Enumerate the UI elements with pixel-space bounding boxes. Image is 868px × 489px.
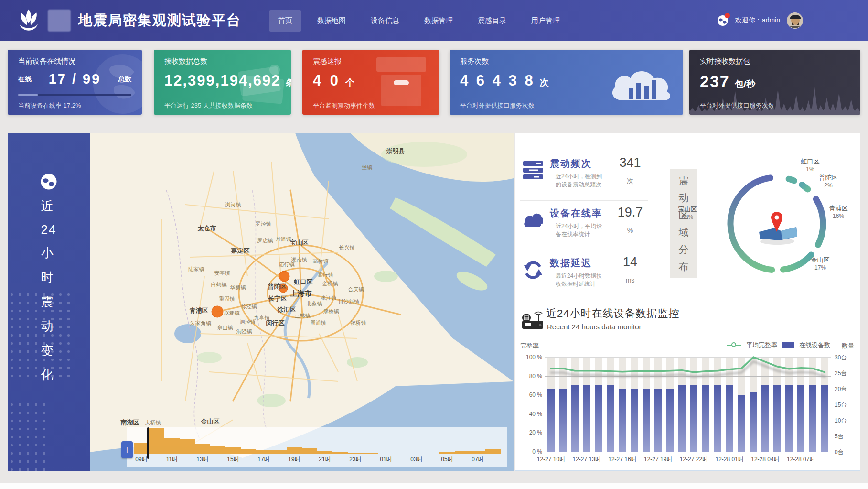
right-axis-title: 数量	[842, 342, 854, 350]
stat-value: 341	[613, 155, 647, 170]
card-caption: 平台监测震动事件个数	[313, 101, 375, 110]
nav-item-2[interactable]: 设备信息	[362, 10, 408, 32]
stat-desc: 近24小时，检测到的设备震动总频次	[556, 173, 602, 189]
welcome-label: 欢迎你：	[735, 16, 762, 24]
redacted-region	[48, 10, 71, 32]
card-service-count: 服务次数 4 6 4 3 8次 平台对外提供接口服务次数	[450, 50, 683, 115]
quake-marker-1[interactable]	[279, 284, 288, 293]
donut-title-char-1: 动	[679, 189, 689, 206]
card-caption: 当前设备在线率 17.2%	[18, 101, 81, 110]
donut-label-pct: 1%	[801, 165, 820, 174]
dashboard-root: 地震局密集观测试验平台 首页数据地图设备信息数据管理震感目录用户管理 欢迎你：a…	[0, 0, 868, 489]
donut-label-pct: 63%	[678, 213, 697, 221]
donut-label-name: 宝山区	[678, 205, 697, 213]
donut-label-pct: 17%	[811, 264, 830, 272]
donut-arc-普陀区[interactable]	[802, 185, 808, 189]
stat-unit: %	[613, 227, 647, 234]
sidebar-char-4: 震	[41, 293, 57, 310]
legend-line-icon	[727, 342, 741, 348]
dots-decoration	[8, 401, 51, 471]
timeline-bar-23时	[348, 453, 363, 454]
timeline-bar-21时	[317, 451, 332, 454]
donut-arc-虹口区[interactable]	[789, 179, 794, 181]
footer-strip	[0, 483, 868, 489]
notification-globe-icon[interactable]	[717, 15, 729, 26]
timeline-bar-12时	[180, 439, 195, 454]
xtick-12-27 16时: 12-27 16时	[608, 456, 636, 464]
service-unit: 次	[540, 76, 549, 89]
ytick-left-0 %: 0 %	[522, 448, 542, 455]
timeline-bar-01时	[378, 454, 394, 454]
ytick-right-15台: 15台	[835, 401, 847, 409]
card-caption: 平台对外提供接口服务次数	[700, 101, 774, 110]
donut-arc-青浦区[interactable]	[816, 199, 823, 245]
online-progress-track	[18, 94, 131, 96]
online-progress-fill	[18, 94, 38, 96]
timeline-bar-10时	[149, 428, 164, 454]
realtime-unit: 包/秒	[735, 78, 755, 90]
xtick-12-28 01时: 12-28 01时	[716, 456, 744, 464]
shanghai-map[interactable]: 崇明县堡镇浏河镇太仓市罗泾镇月浦镇罗店镇宝山区长兴镇嘉定区淞南镇高桥镇庙行镇陆家…	[90, 133, 514, 471]
donut-label-name: 虹口区	[801, 157, 820, 165]
nav-item-1[interactable]: 数据地图	[308, 10, 355, 32]
sidebar-24h-quake: 近24小时震动变化	[8, 133, 90, 471]
timeline-bar-06时	[455, 451, 470, 454]
timeline-bar-18时	[271, 450, 287, 454]
divider	[520, 250, 648, 250]
timeline-tick-13时: 13时	[196, 456, 208, 464]
cloud-icon	[523, 211, 543, 230]
user-area: 欢迎你：admin	[717, 12, 803, 29]
ytick-right-0台: 0台	[835, 448, 844, 456]
quake-marker-2[interactable]	[212, 306, 223, 317]
app-header: 地震局密集观测试验平台 首页数据地图设备信息数据管理震感目录用户管理 欢迎你：a…	[0, 0, 868, 41]
ytick-right-20台: 20台	[835, 385, 847, 393]
nav-item-0[interactable]: 首页	[269, 10, 301, 32]
nav-item-5[interactable]: 用户管理	[522, 10, 569, 32]
donut-arc-宝山区[interactable]	[730, 178, 772, 270]
card-caption: 平台对外提供接口服务次数	[460, 101, 535, 110]
card-title: 接收数据总数	[164, 57, 280, 66]
donut-title-box: 震动区域分布	[670, 169, 697, 278]
timeline-tick-23时: 23时	[349, 456, 361, 464]
timeline-cursor[interactable]	[147, 427, 149, 459]
nav-item-3[interactable]: 数据管理	[415, 10, 462, 32]
legend-line-label[interactable]: 平均完整率	[746, 341, 777, 349]
avatar[interactable]	[787, 12, 803, 29]
timeline-bar-20时	[302, 448, 317, 454]
timeline-play-button[interactable]: ❘	[121, 441, 133, 458]
online-label: 在线	[18, 75, 32, 84]
timeline-tick-11时: 11时	[166, 456, 178, 464]
xtick-12-28 04时: 12-28 04时	[751, 456, 779, 464]
timeline-overlay: 09时11时13时15时17时19时21时23时01时03时05时07时	[127, 427, 507, 467]
notification-badge	[725, 13, 730, 18]
globe-icon	[40, 173, 57, 190]
page-title: 地震局密集观测试验平台	[78, 11, 241, 30]
timeline-bar-03时	[409, 454, 424, 454]
desc-line: 备在线率统计	[556, 230, 602, 239]
quake-value: 4 0	[313, 72, 341, 89]
donut-arc-金山区[interactable]	[783, 255, 811, 270]
card-caption: 平台运行 235 天共接收数据条数	[164, 101, 253, 110]
stat-device-online-rate: 设备在线率 近24小时，平均设备在线率统计 19.7%	[515, 205, 654, 249]
xtick-12-27 19时: 12-27 19时	[644, 456, 672, 464]
quake-marker-0[interactable]	[279, 271, 289, 282]
stat-desc: 近24小时，平均设备在线率统计	[556, 222, 602, 239]
quake-unit: 个	[345, 76, 354, 89]
timeline-bar-02时	[394, 454, 409, 454]
avatar-image	[787, 13, 803, 29]
legend-bar-label[interactable]: 在线设备数	[799, 341, 830, 349]
donut-title-char-4: 分	[679, 241, 689, 258]
nav-item-4[interactable]: 震感目录	[469, 10, 515, 32]
timeline-bar-05时	[439, 452, 455, 454]
stat-data-delay: 数据延迟 最近24小时数据接收数据时延统计 14ms	[515, 255, 654, 299]
donut-title-char-5: 布	[679, 258, 689, 275]
received-value: 12,399,194,692	[164, 72, 281, 89]
sync-icon	[523, 261, 543, 280]
ytick-left-100 %: 100 %	[522, 354, 542, 360]
online-value: 17 / 99	[32, 71, 118, 87]
donut-label-普陀区: 普陀区2%	[819, 174, 838, 190]
timeline-bar-08时	[485, 449, 501, 454]
ytick-right-25台: 25台	[835, 369, 847, 378]
realtime-value: 237	[700, 72, 730, 91]
donut-label-青浦区: 青浦区16%	[829, 204, 848, 220]
